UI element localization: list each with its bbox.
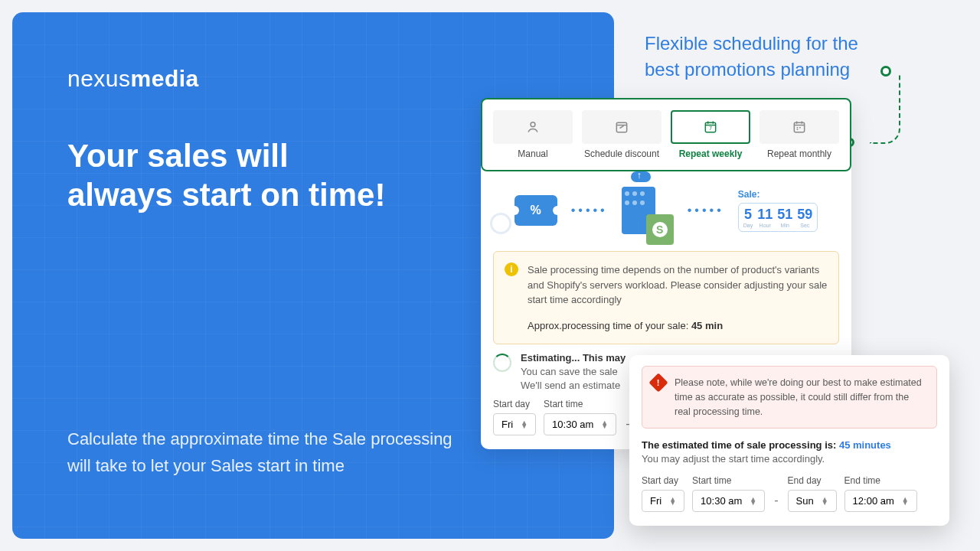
stepper-icon: ▲▼ xyxy=(750,497,756,505)
tagline: Flexible scheduling for the best promoti… xyxy=(645,31,882,82)
gear-icon xyxy=(490,213,511,234)
subtext: Calculate the approximate time the Sale … xyxy=(67,425,466,479)
start-day-picker-2[interactable]: Fri ▲▼ xyxy=(642,490,684,512)
sale-illustration: % ••••• S ••••• Sale: 5Day 11Hour 51Min … xyxy=(481,171,851,239)
start-time-label: Start time xyxy=(544,399,616,409)
tabs-container: Manual Schedule discount 7 Repeat weekly… xyxy=(481,98,851,171)
warning-banner: i Sale processing time depends on the nu… xyxy=(493,251,839,344)
tab-manual-label: Manual xyxy=(493,148,573,159)
countdown: 5Day 11Hour 51Min 59Sec xyxy=(738,203,818,232)
headline: Your sales will always start on time! xyxy=(67,136,389,214)
svg-point-0 xyxy=(531,122,535,127)
discount-ticket-icon: % xyxy=(514,195,557,226)
error-banner: ! Please note, while we're doing our bes… xyxy=(642,366,937,429)
start-time-picker[interactable]: 10:30 am ▲▼ xyxy=(544,413,616,435)
tab-schedule-label: Schedule discount xyxy=(582,148,662,159)
stepper-icon: ▲▼ xyxy=(669,497,676,505)
start-day-label-2: Start day xyxy=(642,475,684,486)
brand-logo: nexusmedia xyxy=(67,66,560,92)
alert-icon: ! xyxy=(648,373,668,392)
dots-left: ••••• xyxy=(571,204,608,217)
adjust-line: You may adjust the start time accordingl… xyxy=(642,453,937,465)
start-time-label-2: Start time xyxy=(692,475,765,486)
server-illustration: S xyxy=(622,187,674,234)
stepper-icon: ▲▼ xyxy=(601,421,608,429)
calendar-week-icon: 7 xyxy=(703,119,718,135)
start-time-picker-2[interactable]: 10:30 am ▲▼ xyxy=(692,490,765,512)
error-body: Please note, while we're doing our best … xyxy=(675,377,922,417)
end-time-label: End time xyxy=(844,475,917,486)
estimate-card: ! Please note, while we're doing our bes… xyxy=(629,355,949,526)
warning-body: Sale processing time depends on the numb… xyxy=(528,262,828,308)
calendar-discount-icon xyxy=(614,119,629,135)
end-day-label: End day xyxy=(788,475,837,486)
sale-countdown-block: Sale: 5Day 11Hour 51Min 59Sec xyxy=(738,189,818,232)
shopify-bag-icon: S xyxy=(646,214,674,245)
end-day-picker[interactable]: Sun ▲▼ xyxy=(788,490,837,512)
tab-schedule-discount[interactable]: Schedule discount xyxy=(582,110,662,159)
stepper-icon: ▲▼ xyxy=(902,497,909,505)
start-day-picker[interactable]: Fri ▲▼ xyxy=(493,413,536,435)
stepper-icon: ▲▼ xyxy=(521,421,528,429)
stepper-icon: ▲▼ xyxy=(822,497,828,505)
cloud-upload-icon xyxy=(631,171,651,182)
end-time-picker[interactable]: 12:00 am ▲▼ xyxy=(844,490,917,512)
tab-weekly-label: Repeat weekly xyxy=(671,148,750,159)
brand-part1: nexus xyxy=(67,66,131,91)
tab-monthly-label: Repeat monthly xyxy=(760,148,839,159)
estimating-title: Estimating... This may xyxy=(521,352,626,364)
connector-line xyxy=(870,75,900,144)
dots-right: ••••• xyxy=(688,204,724,217)
estimate-line: The estimated time of sale processing is… xyxy=(642,439,937,451)
tab-repeat-weekly[interactable]: 7 Repeat weekly xyxy=(671,110,750,159)
sale-label: Sale: xyxy=(738,189,818,200)
estimating-line2: We'll send an estimate xyxy=(521,380,626,391)
info-icon: i xyxy=(505,262,518,276)
svg-text:7: 7 xyxy=(709,126,712,131)
brand-part2: media xyxy=(131,66,199,91)
approx-time: Approx.processing time of your sale: 45 … xyxy=(528,318,828,334)
tab-manual[interactable]: Manual xyxy=(493,110,573,159)
start-day-label: Start day xyxy=(493,399,536,409)
calendar-month-icon xyxy=(792,119,807,135)
user-icon xyxy=(525,119,541,135)
spinner-icon xyxy=(493,354,511,372)
picker-row-2: Start day Fri ▲▼ Start time 10:30 am ▲▼ … xyxy=(642,475,937,512)
estimating-line1: You can save the sale xyxy=(521,366,626,377)
tab-repeat-monthly[interactable]: Repeat monthly xyxy=(760,110,839,159)
dash-separator-2: - xyxy=(773,494,779,512)
